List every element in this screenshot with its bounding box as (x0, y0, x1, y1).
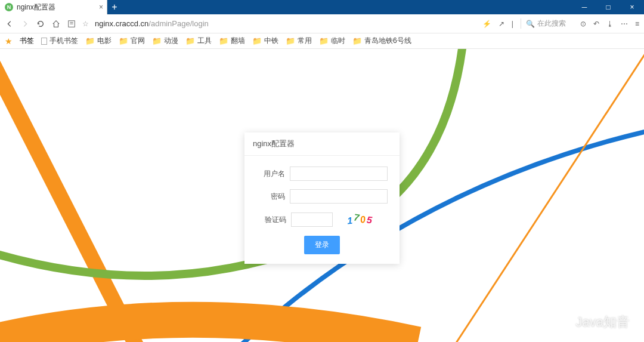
browser-tab[interactable]: N nginx配置器 × (0, 0, 107, 14)
folder-icon: 📁 (286, 36, 295, 45)
watermark: Java知音 (559, 313, 630, 331)
zoom-icon[interactable]: ⊙ (580, 20, 586, 28)
search-engine-icon[interactable]: 🔍 (526, 20, 535, 28)
bookmark-item[interactable]: 📁官网 (119, 36, 145, 46)
reader-button[interactable] (67, 19, 76, 29)
more-icon[interactable]: ⋯ (621, 20, 628, 28)
menu-icon[interactable]: ≡ (635, 20, 639, 28)
login-title: nginx配置器 (244, 133, 400, 156)
username-input[interactable] (290, 167, 388, 181)
captcha-input[interactable] (291, 212, 333, 227)
favicon: N (5, 3, 13, 11)
watermark-text: Java知音 (576, 313, 630, 331)
page-icon (41, 38, 47, 45)
login-panel: nginx配置器 用户名 密码 验证码 1705 登录 (244, 133, 400, 264)
folder-icon: 📁 (119, 36, 128, 45)
password-label: 密码 (256, 192, 285, 202)
password-input[interactable] (290, 189, 388, 204)
home-button[interactable] (51, 19, 61, 29)
wechat-icon (559, 316, 572, 329)
url-host: nginx.craccd.cn (95, 19, 148, 28)
login-button[interactable]: 登录 (304, 236, 340, 254)
folder-icon: 📁 (252, 36, 262, 45)
window-controls: ─ □ × (572, 0, 644, 14)
bookmarks-label: 书签 (20, 36, 34, 46)
address-bar: ☆ nginx.craccd.cn/adminPage/login ⚡ ↗ | … (0, 14, 644, 33)
captcha-label: 验证码 (256, 215, 286, 225)
refresh-button[interactable] (36, 19, 45, 29)
minimize-button[interactable]: ─ (572, 0, 596, 14)
folder-icon: 📁 (185, 36, 195, 45)
tab-bar: N nginx配置器 × + ─ □ × (0, 0, 644, 14)
folder-icon: 📁 (152, 36, 162, 45)
page-viewport: nginx配置器 用户名 密码 验证码 1705 登录 Java知音 (0, 49, 644, 342)
new-tab-button[interactable]: + (107, 0, 122, 14)
folder-icon: 📁 (352, 36, 362, 45)
forward-button[interactable] (20, 19, 30, 29)
search-input[interactable]: 在此搜索 (537, 19, 573, 29)
url-path: /adminPage/login (148, 19, 208, 28)
bookmark-item[interactable]: 📁常用 (286, 36, 312, 46)
url-display[interactable]: nginx.craccd.cn/adminPage/login (95, 19, 209, 28)
close-icon[interactable]: × (99, 3, 103, 11)
bookmark-item[interactable]: 📁翻墙 (219, 36, 245, 46)
bookmark-item[interactable]: 📁临时 (319, 36, 345, 46)
share-icon[interactable]: ↗ (499, 20, 504, 28)
undo-icon[interactable]: ↶ (593, 20, 599, 28)
bookmark-item[interactable]: 📁电影 (85, 36, 112, 46)
folder-icon: 📁 (219, 36, 228, 45)
back-button[interactable] (5, 19, 14, 29)
bookmark-item[interactable]: 📁动漫 (152, 36, 178, 46)
maximize-button[interactable]: □ (596, 0, 620, 14)
bookmark-item[interactable]: 📁青岛地铁6号线 (352, 36, 411, 46)
captcha-image[interactable]: 1705 (336, 212, 384, 227)
toolbar-right: ⚡ ↗ | 🔍 在此搜索 ⊙ ↶ ⭳ ⋯ ≡ (482, 19, 639, 29)
folder-icon: 📁 (319, 36, 329, 45)
bookmark-star-icon[interactable]: ☆ (82, 20, 89, 28)
bookmark-item[interactable]: 📁工具 (185, 36, 212, 46)
download-icon[interactable]: ⭳ (606, 20, 614, 28)
tab-title: nginx配置器 (17, 2, 55, 13)
bookmark-item[interactable]: 手机书签 (41, 36, 78, 46)
bookmark-item[interactable]: 📁中铁 (252, 36, 278, 46)
browser-chrome: N nginx配置器 × + ─ □ × ☆ nginx.craccd.cn/a… (0, 0, 644, 49)
folder-icon: 📁 (85, 36, 95, 45)
bookmark-star-icon[interactable]: ★ (5, 36, 13, 46)
separator: | (512, 20, 513, 28)
close-window-button[interactable]: × (620, 0, 644, 14)
lightning-icon[interactable]: ⚡ (482, 20, 491, 28)
bookmarks-bar: ★ 书签 手机书签 📁电影 📁官网 📁动漫 📁工具 📁翻墙 📁中铁 📁常用 📁临… (0, 33, 644, 49)
username-label: 用户名 (256, 169, 285, 179)
